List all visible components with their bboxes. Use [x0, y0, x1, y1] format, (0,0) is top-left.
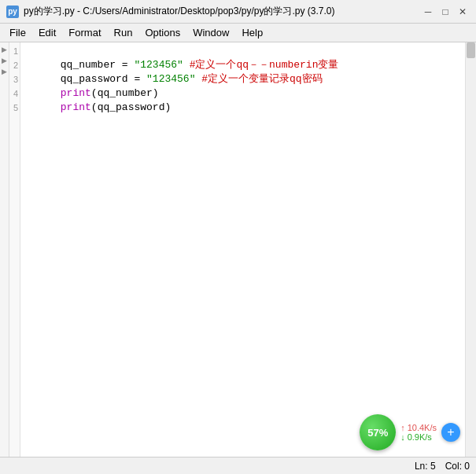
token: print [61, 87, 91, 99]
app-icon: py [6, 6, 19, 18]
menu-item-options[interactable]: Options [138, 25, 186, 40]
line-num-1: 1 [9, 44, 20, 58]
cpu-percent: 57% [367, 427, 388, 439]
menu-item-help[interactable]: Help [235, 25, 269, 40]
line-num-5: 5 [9, 101, 20, 115]
menu-item-window[interactable]: Window [186, 25, 235, 40]
token: = [116, 59, 134, 71]
token: (qq_password) [91, 101, 171, 113]
token: print [61, 101, 91, 113]
code-editor[interactable]: qq_number = "123456" #定义一个qq－－numberin变量… [20, 42, 465, 457]
token: qq_password [61, 73, 128, 85]
fold-icon3: ▶ [2, 68, 7, 75]
menu-bar: FileEditFormatRunOptionsWindowHelp [0, 24, 476, 42]
upload-speed: 10.4K/s [408, 423, 437, 432]
app-icon-label: py [8, 7, 17, 16]
left-icons-bar: ▶ ▶ ▶ [0, 42, 9, 457]
title-bar: py py的学习.py - C:/Users/Administrator/Des… [0, 0, 476, 24]
net-speeds: ↑ 10.4K/s ↓ 0.9K/s [400, 423, 437, 442]
upload-arrow-icon: ↑ [400, 423, 405, 432]
token: #定义一个变量记录qq密码 [195, 73, 322, 85]
line-num-3: 3 [9, 72, 20, 86]
code-line-1: qq_number = "123456" #定义一个qq－－numberin变量 [24, 44, 462, 58]
minimize-button[interactable]: ─ [421, 5, 435, 19]
token: qq_number [61, 59, 116, 71]
menu-item-run[interactable]: Run [108, 25, 139, 40]
cpu-badge: 57% [360, 414, 396, 450]
upload-row: ↑ 10.4K/s [400, 423, 437, 432]
fold-icon: ▶ [2, 46, 7, 53]
download-arrow-icon: ↓ [400, 432, 405, 442]
menu-item-file[interactable]: File [3, 25, 32, 40]
menu-item-edit[interactable]: Edit [32, 25, 62, 40]
fold-icon2: ▶ [2, 57, 7, 64]
download-row: ↓ 0.9K/s [400, 432, 437, 442]
editor-layout: ▶ ▶ ▶ 1 2 3 4 5 qq_number = "123456" #定义… [0, 42, 476, 457]
close-button[interactable]: ✕ [456, 5, 470, 19]
add-widget-button[interactable]: + [441, 423, 460, 442]
download-speed: 0.9K/s [408, 432, 432, 442]
menu-item-format[interactable]: Format [62, 25, 107, 40]
window-controls: ─ □ ✕ [421, 5, 470, 19]
window-title: py的学习.py - C:/Users/Administrator/Deskto… [24, 5, 421, 18]
plus-icon: + [447, 425, 454, 439]
scrollbar-thumb[interactable] [467, 42, 475, 58]
line-num-4: 4 [9, 86, 20, 101]
scrollbar-vertical[interactable] [465, 42, 476, 457]
line-numbers: 1 2 3 4 5 [9, 42, 20, 457]
network-widget: 57% ↑ 10.4K/s ↓ 0.9K/s + [360, 414, 460, 450]
maximize-button[interactable]: □ [438, 5, 452, 19]
token: "123456" [134, 59, 183, 71]
token: #定义一个qq－－numberin变量 [183, 59, 339, 71]
status-ln: Ln: 5 [415, 461, 436, 472]
status-bar: Ln: 5 Col: 0 [0, 457, 476, 474]
line-num-2: 2 [9, 58, 20, 72]
token: "123456" [146, 73, 195, 85]
status-col: Col: 0 [445, 461, 470, 472]
token: (qq_number) [91, 87, 159, 99]
token: = [128, 73, 146, 85]
